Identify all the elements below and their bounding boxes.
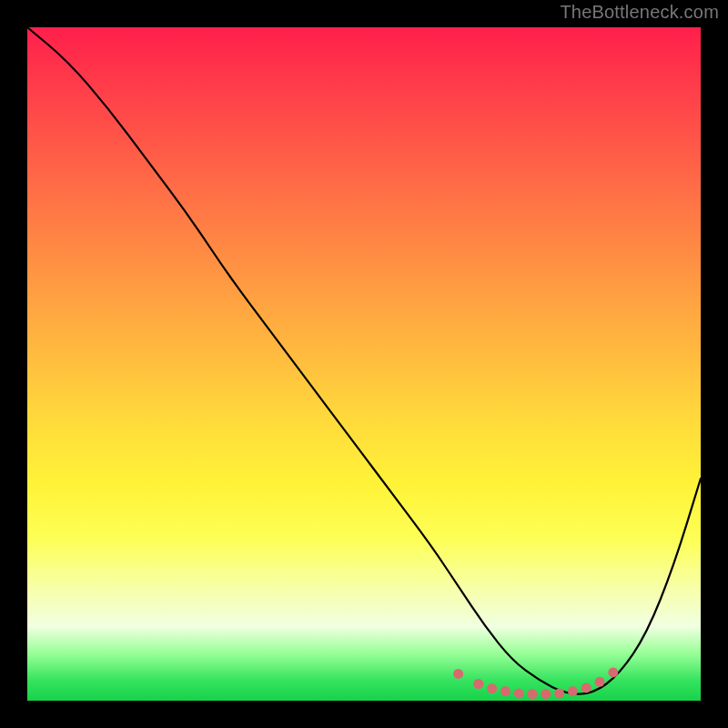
watermark-text: TheBottleneck.com	[560, 2, 719, 23]
optimal-dot	[608, 667, 618, 677]
optimal-dot	[453, 669, 463, 679]
optimal-dot	[595, 677, 605, 687]
curve-svg	[27, 27, 701, 701]
chart-frame: TheBottleneck.com	[0, 0, 728, 728]
plot-area	[27, 27, 701, 701]
optimal-dot	[487, 683, 497, 693]
optimal-dot	[500, 686, 511, 696]
optimal-dot	[528, 689, 538, 699]
optimal-dot	[541, 689, 551, 699]
optimal-dot	[514, 688, 524, 698]
bottleneck-curve	[27, 27, 701, 694]
optimal-range-dots	[453, 667, 618, 699]
optimal-dot	[581, 682, 592, 693]
optimal-dot	[473, 679, 483, 689]
optimal-dot	[554, 688, 564, 698]
optimal-dot	[568, 686, 578, 696]
